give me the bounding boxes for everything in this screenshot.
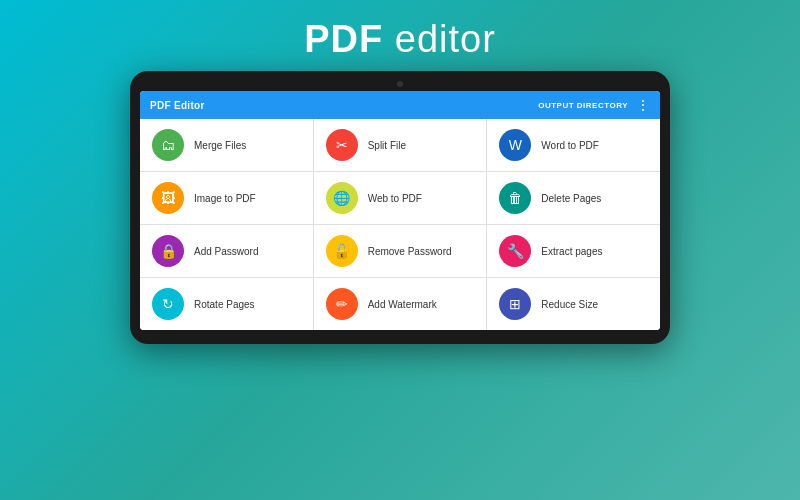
output-directory-label[interactable]: OUTPUT DIRECTORY: [538, 101, 628, 110]
app-screen: PDF Editor OUTPUT DIRECTORY ⋮ 🗂Merge Fil…: [140, 91, 660, 330]
title-editor: editor: [383, 18, 496, 60]
delete-pages-icon: 🗑: [499, 182, 531, 214]
rotate-pages-label: Rotate Pages: [194, 299, 255, 310]
feature-cell-add-password[interactable]: 🔒Add Password: [140, 225, 313, 277]
app-title: PDF Editor: [150, 100, 205, 111]
feature-cell-image-to-pdf[interactable]: 🖼Image to PDF: [140, 172, 313, 224]
remove-password-label: Remove Password: [368, 246, 452, 257]
feature-cell-word-to-pdf[interactable]: WWord to PDF: [487, 119, 660, 171]
word-to-pdf-label: Word to PDF: [541, 140, 599, 151]
feature-cell-merge-files[interactable]: 🗂Merge Files: [140, 119, 313, 171]
delete-pages-label: Delete Pages: [541, 193, 601, 204]
word-to-pdf-icon: W: [499, 129, 531, 161]
web-to-pdf-icon: 🌐: [326, 182, 358, 214]
extract-pages-icon: 🔧: [499, 235, 531, 267]
feature-cell-split-file[interactable]: ✂Split File: [314, 119, 487, 171]
feature-cell-add-watermark[interactable]: ✏Add Watermark: [314, 278, 487, 330]
reduce-size-icon: ⊞: [499, 288, 531, 320]
app-topbar: PDF Editor OUTPUT DIRECTORY ⋮: [140, 91, 660, 119]
title-pdf: PDF: [304, 18, 383, 60]
title-area: PDF editor: [304, 0, 496, 71]
add-password-icon: 🔒: [152, 235, 184, 267]
merge-files-icon: 🗂: [152, 129, 184, 161]
feature-cell-reduce-size[interactable]: ⊞Reduce Size: [487, 278, 660, 330]
image-to-pdf-icon: 🖼: [152, 182, 184, 214]
features-grid: 🗂Merge Files✂Split FileWWord to PDF🖼Imag…: [140, 119, 660, 330]
tablet-device: PDF Editor OUTPUT DIRECTORY ⋮ 🗂Merge Fil…: [130, 71, 670, 344]
merge-files-label: Merge Files: [194, 140, 246, 151]
menu-dots-icon[interactable]: ⋮: [636, 98, 650, 112]
split-file-label: Split File: [368, 140, 406, 151]
split-file-icon: ✂: [326, 129, 358, 161]
feature-cell-delete-pages[interactable]: 🗑Delete Pages: [487, 172, 660, 224]
image-to-pdf-label: Image to PDF: [194, 193, 256, 204]
remove-password-icon: 🔓: [326, 235, 358, 267]
add-password-label: Add Password: [194, 246, 258, 257]
tablet-camera: [397, 81, 403, 87]
feature-cell-extract-pages[interactable]: 🔧Extract pages: [487, 225, 660, 277]
feature-cell-web-to-pdf[interactable]: 🌐Web to PDF: [314, 172, 487, 224]
extract-pages-label: Extract pages: [541, 246, 602, 257]
web-to-pdf-label: Web to PDF: [368, 193, 422, 204]
add-watermark-icon: ✏: [326, 288, 358, 320]
rotate-pages-icon: ↻: [152, 288, 184, 320]
topbar-right: OUTPUT DIRECTORY ⋮: [538, 98, 650, 112]
feature-cell-rotate-pages[interactable]: ↻Rotate Pages: [140, 278, 313, 330]
feature-cell-remove-password[interactable]: 🔓Remove Password: [314, 225, 487, 277]
reduce-size-label: Reduce Size: [541, 299, 598, 310]
add-watermark-label: Add Watermark: [368, 299, 437, 310]
